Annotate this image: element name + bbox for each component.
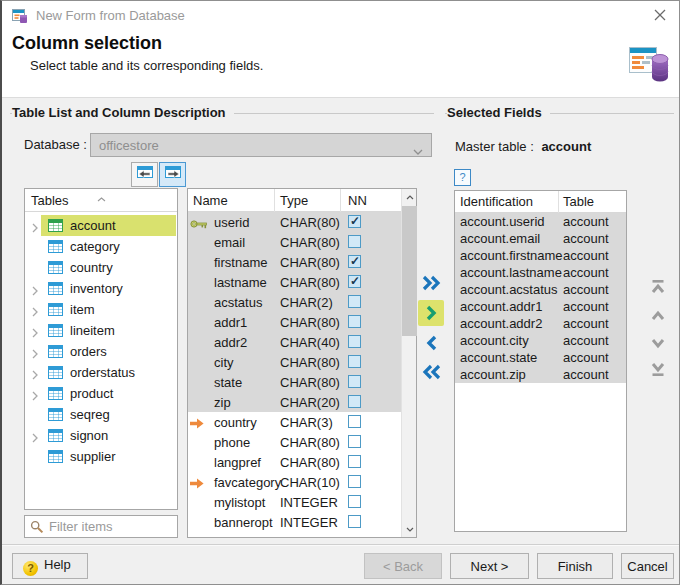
selected-field-row[interactable]: account.zipaccount [455, 366, 626, 383]
nn-checkbox[interactable] [348, 375, 361, 388]
column-row-favcategory[interactable]: favcategoryCHAR(10) [188, 472, 401, 492]
columns-scrollbar[interactable] [401, 189, 416, 537]
nn-checkbox[interactable] [348, 335, 361, 348]
show-columns-left-button[interactable] [131, 162, 158, 187]
column-row-mylistopt[interactable]: mylistoptINTEGER [188, 492, 401, 512]
filter-items-input[interactable] [47, 517, 173, 536]
selected-field-row[interactable]: account.useridaccount [455, 213, 626, 230]
column-row-langpref[interactable]: langprefCHAR(80) [188, 452, 401, 472]
column-row-lastname[interactable]: lastnameCHAR(80) [188, 272, 401, 292]
chevron-right-icon[interactable] [32, 347, 38, 362]
selected-fields-header[interactable]: Identification Table [455, 191, 626, 213]
tables-tree-item-lineitem[interactable]: lineitem [25, 320, 177, 341]
scroll-down-icon[interactable] [402, 521, 417, 537]
column-row-banneropt[interactable]: banneroptINTEGER [188, 512, 401, 532]
scroll-up-icon[interactable] [402, 189, 417, 205]
column-name: mylistopt [214, 495, 265, 510]
column-row-userid[interactable]: useridCHAR(80) [188, 212, 401, 232]
back-button: < Back [364, 553, 442, 579]
move-down-button[interactable] [646, 331, 670, 355]
move-all-right-button[interactable] [418, 270, 444, 296]
help-button[interactable]: ?Help [12, 553, 88, 579]
column-header-nn: NN [348, 193, 367, 208]
tables-tree-item-country[interactable]: country [25, 257, 177, 278]
selected-field-row[interactable]: account.firstnameaccount [455, 247, 626, 264]
field-table: account [563, 367, 609, 382]
chevron-right-icon[interactable] [32, 368, 38, 383]
chevron-right-icon[interactable] [32, 389, 38, 404]
selected-field-row[interactable]: account.cityaccount [455, 332, 626, 349]
finish-button[interactable]: Finish [537, 553, 613, 579]
tables-tree-panel: Tables accountcategorycountryinventoryit… [24, 188, 178, 510]
tables-tree-item-signon[interactable]: signon [25, 425, 177, 446]
tables-tree-item-orders[interactable]: orders [25, 341, 177, 362]
move-to-bottom-button[interactable] [646, 357, 670, 381]
tables-tree-item-product[interactable]: product [25, 383, 177, 404]
nn-checkbox[interactable] [348, 475, 361, 488]
show-columns-right-button[interactable] [159, 162, 186, 187]
nn-checkbox[interactable] [348, 295, 361, 308]
field-help-button[interactable]: ? [454, 169, 471, 186]
selected-field-row[interactable]: account.acstatusaccount [455, 281, 626, 298]
column-row-country[interactable]: countryCHAR(3) [188, 412, 401, 432]
column-name: firstname [214, 255, 267, 270]
selected-field-row[interactable]: account.emailaccount [455, 230, 626, 247]
selected-field-row[interactable]: account.addr1account [455, 298, 626, 315]
column-row-state[interactable]: stateCHAR(80) [188, 372, 401, 392]
column-row-phone[interactable]: phoneCHAR(80) [188, 432, 401, 452]
nn-checkbox[interactable] [348, 255, 361, 268]
chevron-right-icon[interactable] [32, 221, 38, 236]
move-right-button[interactable] [418, 300, 444, 326]
columns-table-header[interactable]: Name Type NN [188, 189, 401, 212]
column-row-city[interactable]: cityCHAR(80) [188, 352, 401, 372]
field-identification: account.state [460, 350, 537, 365]
nn-checkbox[interactable] [348, 395, 361, 408]
column-row-zip[interactable]: zipCHAR(20) [188, 392, 401, 412]
move-up-button[interactable] [646, 303, 670, 327]
nn-checkbox[interactable] [348, 435, 361, 448]
column-row-addr1[interactable]: addr1CHAR(80) [188, 312, 401, 332]
sort-ascending-icon [97, 190, 106, 205]
nn-checkbox[interactable] [348, 315, 361, 328]
tables-header-label: Tables [31, 193, 69, 208]
cancel-button[interactable]: Cancel [621, 553, 674, 579]
nn-checkbox[interactable] [348, 515, 361, 528]
scrollbar-thumb[interactable] [402, 206, 417, 336]
header-separator [274, 189, 275, 212]
tables-tree-item-orderstatus[interactable]: orderstatus [25, 362, 177, 383]
chevron-right-icon[interactable] [32, 326, 38, 341]
nn-checkbox[interactable] [348, 455, 361, 468]
tables-tree-item-supplier[interactable]: supplier [25, 446, 177, 467]
tables-tree-item-item[interactable]: item [25, 299, 177, 320]
tables-tree-item-seqreg[interactable]: seqreg [25, 404, 177, 425]
selected-field-row[interactable]: account.addr2account [455, 315, 626, 332]
move-all-left-button[interactable] [418, 359, 444, 385]
nn-checkbox[interactable] [348, 495, 361, 508]
nn-checkbox[interactable] [348, 215, 361, 228]
move-all-left-icon [422, 364, 441, 380]
tables-tree-item-category[interactable]: category [25, 236, 177, 257]
move-left-button[interactable] [418, 330, 444, 356]
table-icon [48, 430, 63, 445]
tables-tree-item-inventory[interactable]: inventory [25, 278, 177, 299]
close-icon[interactable] [651, 9, 669, 27]
column-row-email[interactable]: emailCHAR(80) [188, 232, 401, 252]
column-type: CHAR(80) [280, 235, 340, 250]
column-row-acstatus[interactable]: acstatusCHAR(2) [188, 292, 401, 312]
next-button[interactable]: Next > [450, 553, 529, 579]
page-title: Column selection [12, 33, 162, 54]
chevron-right-icon[interactable] [32, 284, 38, 299]
tables-tree-item-account[interactable]: account [25, 215, 177, 236]
chevron-right-icon[interactable] [32, 305, 38, 320]
move-to-top-button[interactable] [646, 274, 670, 298]
nn-checkbox[interactable] [348, 355, 361, 368]
nn-checkbox[interactable] [348, 235, 361, 248]
column-row-firstname[interactable]: firstnameCHAR(80) [188, 252, 401, 272]
column-row-addr2[interactable]: addr2CHAR(40) [188, 332, 401, 352]
nn-checkbox[interactable] [348, 415, 361, 428]
selected-field-row[interactable]: account.lastnameaccount [455, 264, 626, 281]
selected-field-row[interactable]: account.stateaccount [455, 349, 626, 366]
chevron-right-icon[interactable] [32, 431, 38, 446]
nn-checkbox[interactable] [348, 275, 361, 288]
tables-tree-header[interactable]: Tables [25, 189, 177, 212]
